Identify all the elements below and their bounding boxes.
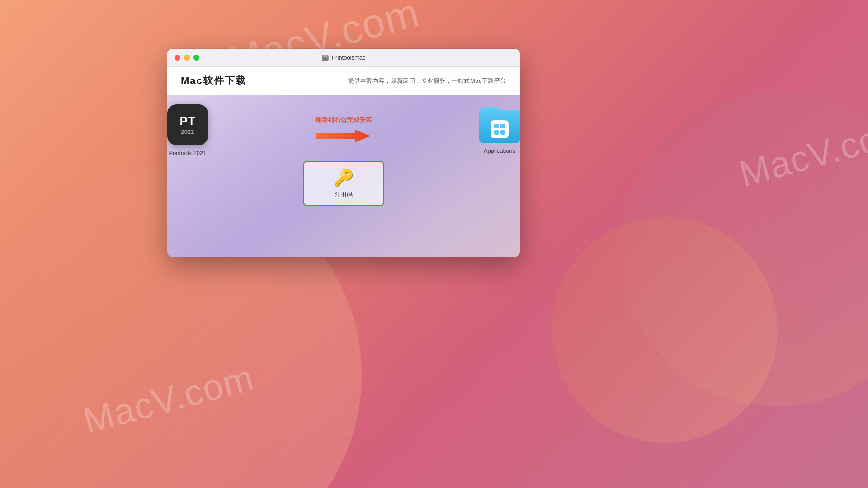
window-title: Printoolsmac — [321, 54, 365, 61]
applications-label: Applications — [484, 147, 515, 154]
title-bar: Printoolsmac — [167, 49, 520, 67]
folder-app-grid-icon — [491, 120, 509, 138]
app-icon-pt-text: PT — [179, 115, 195, 127]
svg-rect-2 — [323, 56, 324, 56]
drag-instruction: 拖动到右边完成安装 — [315, 116, 372, 124]
traffic-lights — [175, 55, 199, 61]
svg-marker-5 — [316, 130, 371, 142]
svg-rect-6 — [494, 124, 499, 128]
applications-folder-icon — [479, 107, 520, 143]
app-icon-container: PT 2021 Printools 2021 — [167, 104, 208, 156]
app-grid-svg — [493, 123, 506, 136]
maximize-button[interactable] — [193, 55, 199, 61]
svg-rect-8 — [494, 130, 499, 135]
site-title: Mac软件下载 — [181, 74, 246, 88]
site-subtitle: 提供丰富内容，最新应用，专业服务，一站式Mac下载平台 — [348, 77, 506, 85]
reg-code-box: 🔑 注册码 — [303, 161, 384, 206]
installer-bottom-row: 🔑 注册码 — [167, 161, 520, 213]
folder-body — [479, 110, 520, 143]
arrow-icon — [316, 127, 371, 145]
app-icon-year-text: 2021 — [181, 129, 194, 135]
installer-layout: PT 2021 Printools 2021 拖动到右边完成安装 — [167, 95, 520, 257]
svg-rect-7 — [500, 124, 505, 128]
disk-icon — [321, 54, 329, 61]
app-icon: PT 2021 — [167, 104, 208, 145]
applications-folder-container: Applications — [479, 107, 520, 154]
app-name-label: Printools 2021 — [169, 150, 206, 156]
mac-window: Printoolsmac Mac软件下载 提供丰富内容，最新应用，专业服务，一站… — [167, 49, 520, 257]
arrow-section: 拖动到右边完成安装 — [208, 116, 479, 145]
reg-code-label: 注册码 — [335, 191, 353, 199]
installer-top-row: PT 2021 Printools 2021 拖动到右边完成安装 — [167, 95, 520, 161]
svg-rect-9 — [500, 130, 505, 135]
minimize-button[interactable] — [184, 55, 190, 61]
window-header: Mac软件下载 提供丰富内容，最新应用，专业服务，一站式Mac下载平台 — [167, 67, 520, 95]
close-button[interactable] — [175, 55, 180, 61]
key-icon: 🔑 — [334, 168, 354, 187]
installer-area: PT 2021 Printools 2021 拖动到右边完成安装 — [167, 95, 520, 257]
svg-point-4 — [325, 58, 326, 59]
